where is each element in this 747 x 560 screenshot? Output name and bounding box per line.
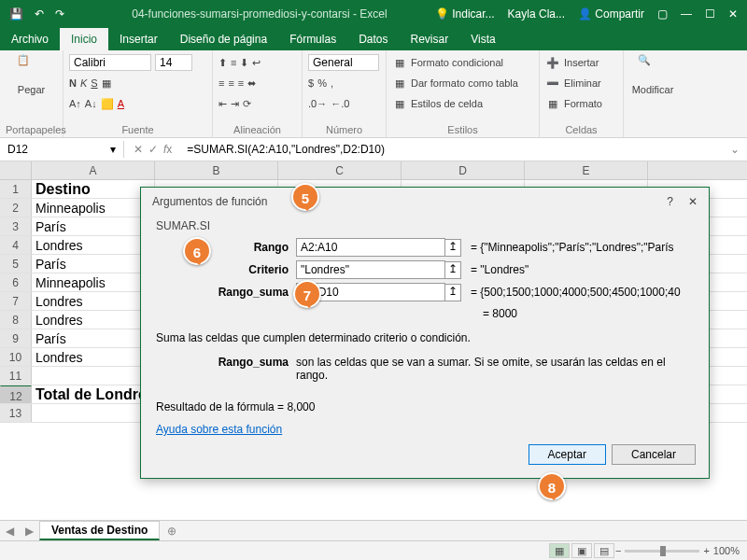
align-bot-icon[interactable]: ⬇ — [240, 57, 248, 69]
font-name[interactable] — [69, 54, 151, 71]
select-all-corner[interactable] — [0, 161, 32, 179]
row-header[interactable]: 4 — [0, 236, 32, 254]
zoom-level[interactable]: 100% — [713, 545, 740, 556]
align-mid-icon[interactable]: ≡ — [231, 57, 236, 68]
cell[interactable]: Londres — [32, 292, 155, 310]
row-header[interactable]: 10 — [0, 348, 32, 366]
align-right-icon[interactable]: ≡ — [238, 77, 244, 89]
collapse-rango-suma-icon[interactable]: ↥ — [444, 284, 461, 301]
delete-cells-button[interactable]: ➖Eliminar — [545, 73, 617, 93]
cell-styles-button[interactable]: ▦Estilos de celda — [392, 93, 533, 114]
row-header[interactable]: 9 — [0, 329, 32, 347]
fill-color-button[interactable]: 🟨 — [101, 98, 114, 110]
help-link[interactable]: Ayuda sobre esta función — [156, 423, 282, 436]
tab-formulas[interactable]: Fórmulas — [278, 28, 347, 50]
maximize-icon[interactable]: ☐ — [705, 7, 715, 21]
view-layout-icon[interactable]: ▣ — [571, 543, 592, 558]
chevron-down-icon[interactable]: ▾ — [110, 143, 116, 156]
cell[interactable]: Londres — [32, 348, 155, 366]
cell[interactable]: París — [32, 217, 155, 235]
row-header[interactable]: 5 — [0, 255, 32, 273]
ok-button[interactable]: Aceptar — [529, 444, 606, 465]
comma-icon[interactable]: , — [331, 77, 333, 89]
view-pagebreak-icon[interactable]: ▤ — [594, 543, 614, 558]
font-color-button[interactable]: A — [118, 98, 124, 109]
cell[interactable]: Destino — [32, 180, 155, 198]
row-header[interactable]: 8 — [0, 311, 32, 329]
view-normal-icon[interactable]: ▦ — [549, 543, 570, 558]
cell[interactable]: Londres — [32, 311, 155, 329]
italic-button[interactable]: K — [80, 77, 87, 89]
row-header[interactable]: 6 — [0, 273, 32, 291]
fx-icon[interactable]: fx — [163, 143, 172, 156]
shrink-font-icon[interactable]: A↓ — [85, 98, 97, 109]
tab-pagina[interactable]: Diseño de página — [169, 28, 278, 50]
zoom-slider[interactable] — [625, 550, 699, 553]
cell[interactable]: París — [32, 255, 155, 273]
align-left-icon[interactable]: ≡ — [218, 77, 224, 89]
number-format[interactable] — [308, 54, 379, 71]
sheet-tab[interactable]: Ventas de Destino — [39, 521, 160, 540]
zoom-in-icon[interactable]: + — [703, 545, 709, 556]
inc-decimal-icon[interactable]: .0→ — [308, 98, 327, 109]
row-header[interactable]: 12 — [0, 385, 32, 403]
orientation-icon[interactable]: ⟳ — [243, 98, 251, 110]
minimize-icon[interactable]: — — [681, 7, 692, 21]
close-dialog-icon[interactable]: ✕ — [688, 195, 698, 208]
table-format-button[interactable]: ▦Dar formato como tabla — [392, 73, 533, 93]
col-header-e[interactable]: E — [525, 161, 648, 179]
collapse-criterio-icon[interactable]: ↥ — [444, 261, 461, 279]
row-header[interactable]: 3 — [0, 217, 32, 235]
indent-dec-icon[interactable]: ⇤ — [218, 98, 227, 110]
insert-cells-button[interactable]: ➕Insertar — [545, 52, 617, 73]
formula-bar[interactable]: =SUMAR.SI(A2:A10,"Londres",D2:D10) — [181, 143, 723, 156]
col-header-b[interactable]: B — [155, 161, 278, 179]
expand-formula-icon[interactable]: ⌄ — [723, 143, 747, 156]
redo-icon[interactable]: ↷ — [55, 7, 64, 21]
align-center-icon[interactable]: ≡ — [228, 77, 233, 89]
cancel-button[interactable]: Cancelar — [612, 444, 696, 465]
row-header[interactable]: 1 — [0, 180, 32, 198]
bold-button[interactable]: N — [69, 77, 77, 89]
percent-icon[interactable]: % — [317, 77, 327, 89]
align-top-icon[interactable]: ⬆ — [218, 57, 227, 69]
font-size[interactable] — [155, 54, 192, 71]
row-header[interactable]: 7 — [0, 292, 32, 310]
criterio-input[interactable] — [296, 260, 445, 279]
col-header-a[interactable]: A — [32, 161, 155, 179]
name-box[interactable]: D12▾ — [0, 141, 124, 158]
format-cells-button[interactable]: ▦Formato — [545, 93, 617, 114]
ribbon-options-icon[interactable]: ▢ — [657, 7, 668, 21]
cell[interactable]: Londres — [32, 236, 155, 254]
new-sheet-icon[interactable]: ⊕ — [160, 525, 184, 538]
col-header-c[interactable]: C — [278, 161, 402, 179]
underline-button[interactable]: S — [91, 77, 97, 89]
col-header-d[interactable]: D — [402, 161, 525, 179]
enter-formula-icon[interactable]: ✓ — [148, 143, 158, 156]
cell[interactable]: Minneapolis — [32, 273, 155, 291]
paste-button[interactable]: 📋 Pegar — [6, 52, 57, 97]
undo-icon[interactable]: ↶ — [35, 7, 44, 21]
currency-icon[interactable]: $ — [308, 77, 314, 89]
merge-icon[interactable]: ⬌ — [247, 77, 256, 90]
cell[interactable]: París — [32, 329, 155, 347]
row-header[interactable]: 13 — [0, 404, 32, 422]
row-header[interactable]: 11 — [0, 367, 32, 385]
save-icon[interactable]: 💾 — [9, 7, 23, 21]
share-button[interactable]: 👤 Compartir — [578, 7, 644, 21]
collapse-rango-icon[interactable]: ↥ — [444, 239, 461, 257]
help-icon[interactable]: ? — [667, 195, 673, 208]
tab-insertar[interactable]: Insertar — [108, 28, 169, 50]
cell[interactable] — [32, 367, 155, 385]
grow-font-icon[interactable]: A↑ — [69, 98, 81, 109]
tab-inicio[interactable]: Inicio — [60, 28, 108, 50]
close-icon[interactable]: ✕ — [728, 7, 738, 21]
conditional-format-button[interactable]: ▦Formato condicional — [392, 52, 533, 73]
wrap-text-icon[interactable]: ↩ — [252, 57, 261, 69]
sheet-nav-next-icon[interactable]: ▶ — [20, 525, 39, 538]
zoom-out-icon[interactable]: − — [615, 545, 621, 556]
dec-decimal-icon[interactable]: ←.0 — [331, 98, 349, 109]
border-button[interactable]: ▦ — [102, 77, 111, 90]
rango-input[interactable] — [296, 238, 445, 257]
tab-vista[interactable]: Vista — [459, 28, 506, 50]
